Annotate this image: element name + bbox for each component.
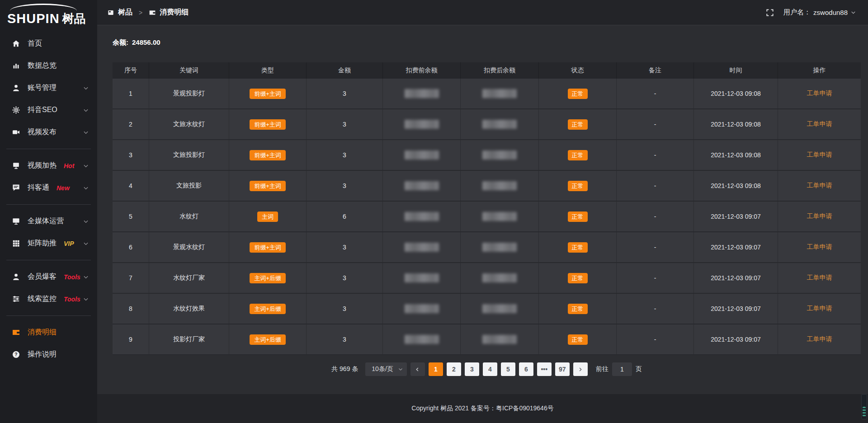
redacted-balance-before [405, 120, 439, 129]
column-header: 金额 [307, 62, 383, 79]
gear-icon [12, 106, 21, 115]
cell-time: 2021-12-03 09:08 [694, 79, 778, 108]
work-order-link[interactable]: 工单申请 [807, 212, 832, 221]
redacted-balance-after [482, 150, 517, 160]
redacted-balance-after [482, 89, 517, 98]
redacted-balance-after [482, 212, 517, 221]
cell-type: 前缀+主词 [229, 232, 307, 262]
goto-page-input[interactable]: 1 [612, 362, 632, 376]
page-ellipsis-button[interactable]: ••• [537, 362, 552, 376]
column-header: 扣费前余额 [383, 62, 461, 79]
column-header: 操作 [778, 62, 861, 79]
goto-label-pre: 前往 [596, 365, 609, 373]
work-order-link[interactable]: 工单申请 [807, 243, 832, 251]
cell-balance-after [461, 232, 539, 262]
cell-balance-after [461, 171, 539, 201]
cell-balance-before [383, 109, 461, 139]
work-order-link[interactable]: 工单申请 [807, 182, 832, 190]
chevron-down-icon [83, 296, 89, 302]
page-button-6[interactable]: 6 [519, 362, 533, 376]
cell-type: 主词+后缀 [229, 294, 307, 324]
table-row: 1景观投影灯前缀+主词3正常-2021-12-03 09:08工单申请 [113, 79, 861, 109]
sidebar-item-label: 数据总览 [28, 61, 57, 70]
cell-status: 正常 [539, 294, 617, 324]
cell-index: 6 [113, 232, 149, 262]
side-widget[interactable] [861, 394, 867, 419]
sidebar-item-tag: VIP [64, 240, 74, 247]
prev-page-button[interactable] [410, 362, 425, 376]
work-order-link[interactable]: 工单申请 [807, 274, 832, 282]
table-header-row: 序号关键词类型金额扣费前余额扣费后余额状态备注时间操作 [113, 62, 861, 79]
sidebar-item-video[interactable]: 视频发布 [0, 121, 97, 143]
cell-time: 2021-12-03 09:08 [694, 109, 778, 139]
cell-balance-after [461, 109, 539, 139]
redacted-balance-before [405, 304, 439, 313]
user-dropdown[interactable]: 用户名： zswodun88 [783, 8, 856, 17]
sidebar-item-bar-chart[interactable]: 数据总览 [0, 55, 97, 77]
username-value: zswodun88 [813, 9, 848, 16]
page-size-select[interactable]: 10条/页 [365, 362, 406, 376]
chevron-down-icon [398, 367, 403, 372]
cell-status: 正常 [539, 79, 617, 108]
sidebar-item-question[interactable]: ?操作说明 [0, 343, 97, 366]
cell-status: 正常 [539, 324, 617, 354]
work-order-link[interactable]: 工单申请 [807, 120, 832, 128]
column-header: 关键词 [149, 62, 229, 79]
cell-time: 2021-12-03 09:08 [694, 171, 778, 201]
sidebar-item-display[interactable]: 视频加热Hot [0, 155, 97, 177]
balance-label: 余额: [113, 38, 128, 47]
sidebar-item-user[interactable]: 会员爆客Tools [0, 266, 97, 288]
sidebar-item-user[interactable]: 账号管理 [0, 77, 97, 99]
username-label: 用户名： [783, 8, 811, 17]
sidebar-item-sliders[interactable]: 线索监控Tools [0, 288, 97, 310]
sidebar-item-label: 视频加热 [28, 161, 57, 170]
topbar-right: 用户名： zswodun88 [765, 8, 856, 17]
cell-amount: 3 [307, 263, 383, 293]
work-order-link[interactable]: 工单申请 [807, 305, 832, 313]
work-order-link[interactable]: 工单申请 [807, 335, 832, 343]
sidebar-item-monitor[interactable]: 全媒体运营 [0, 210, 97, 232]
redacted-balance-before [405, 150, 439, 160]
cell-remark: - [617, 294, 694, 324]
status-badge: 正常 [568, 212, 588, 222]
redacted-balance-before [405, 212, 439, 221]
cell-balance-before [383, 232, 461, 262]
type-badge: 主词+后缀 [250, 334, 286, 345]
page-buttons: 123456•••97 [429, 362, 570, 376]
status-badge: 正常 [568, 242, 588, 253]
sidebar-item-gear[interactable]: 抖音SEO [0, 99, 97, 121]
pagination: 共 969 条 10条/页 123456•••97 前往 1 页 [113, 362, 861, 376]
sidebar-item-chat[interactable]: 抖客通New [0, 177, 97, 199]
type-badge: 前缀+主词 [250, 119, 286, 130]
work-order-link[interactable]: 工单申请 [807, 151, 832, 159]
chevron-down-icon [850, 9, 856, 15]
cell-remark: - [617, 109, 694, 139]
sidebar-item-home[interactable]: 首页 [0, 33, 97, 55]
sidebar-item-wallet[interactable]: 消费明细 [0, 321, 97, 343]
page-button-4[interactable]: 4 [483, 362, 497, 376]
breadcrumb-home-link[interactable]: 树品 [118, 8, 132, 17]
cell-keyword: 投影灯厂家 [149, 324, 229, 354]
sidebar-divider [6, 315, 91, 316]
cell-index: 9 [113, 324, 149, 354]
cell-keyword: 文旅水纹灯 [149, 109, 229, 139]
cell-amount: 3 [307, 109, 383, 139]
chevron-down-icon [83, 85, 89, 91]
fullscreen-icon[interactable] [765, 8, 774, 17]
user-icon [12, 84, 21, 93]
page-button-97[interactable]: 97 [555, 362, 570, 376]
page-button-1[interactable]: 1 [429, 362, 443, 376]
question-icon: ? [12, 350, 21, 359]
cell-keyword: 水纹灯厂家 [149, 263, 229, 293]
next-page-button[interactable] [573, 362, 588, 376]
cell-balance-after [461, 324, 539, 354]
page-button-5[interactable]: 5 [501, 362, 515, 376]
table-body: 1景观投影灯前缀+主词3正常-2021-12-03 09:08工单申请2文旅水纹… [113, 79, 861, 355]
svg-text:?: ? [14, 352, 17, 357]
cell-time: 2021-12-03 09:07 [694, 202, 778, 231]
sidebar-item-grid[interactable]: 矩阵助推VIP [0, 232, 97, 254]
pagination-total: 共 969 条 [331, 365, 358, 373]
work-order-link[interactable]: 工单申请 [807, 89, 832, 98]
page-button-2[interactable]: 2 [447, 362, 461, 376]
page-button-3[interactable]: 3 [465, 362, 479, 376]
